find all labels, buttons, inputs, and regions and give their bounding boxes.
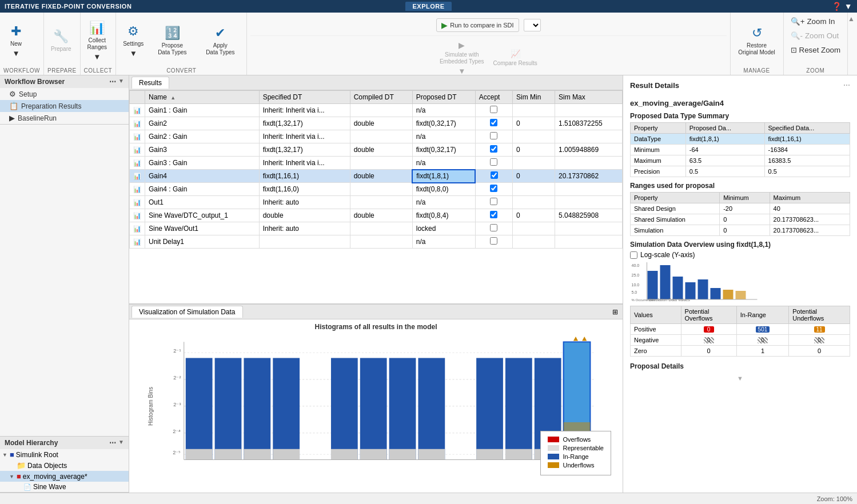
viz-expand-icon[interactable]: ⊞ — [612, 308, 618, 316]
model-icon: ■ — [17, 472, 21, 481]
svg-text:2⁻⁴: 2⁻⁴ — [173, 429, 181, 434]
tab-explore[interactable]: EXPLORE — [405, 2, 451, 11]
row-accept[interactable] — [475, 130, 512, 143]
tree-item-ex-moving-average[interactable]: ▼ ■ ex_moving_average* — [0, 471, 129, 482]
reset-zoom-button[interactable]: ⊡ Reset Zoom — [787, 43, 844, 57]
prepare-button[interactable]: 🔧 Prepare — [47, 27, 75, 55]
overview-table: Values PotentialOverflows In-Range Poten… — [630, 306, 850, 357]
workflow-ellipsis-icon[interactable]: ⋯ — [109, 78, 116, 86]
logscale-checkbox[interactable] — [630, 251, 637, 259]
svg-text:5.0: 5.0 — [632, 290, 637, 294]
svg-text:2⁻³: 2⁻³ — [173, 402, 181, 407]
row-accept[interactable] — [475, 196, 512, 209]
svg-rect-42 — [648, 271, 658, 299]
table-row[interactable]: 📊 Gain1 : Gain Inherit: Inherit via i...… — [130, 104, 623, 117]
specified-value: fixdt(1,16,1) — [764, 134, 850, 145]
viz-tab[interactable]: Visualization of Simulation Data — [131, 306, 243, 318]
results-table-container[interactable]: Name ▲ Specified DT Compiled DT Proposed… — [129, 90, 623, 303]
svg-marker-23 — [573, 337, 578, 341]
table-row[interactable]: 📊 Sine Wave/DTC_output_1 double double f… — [130, 209, 623, 222]
ranges-row: Simulation 0 20.173708623... — [631, 225, 850, 236]
th-specified-dt[interactable]: Specified DT — [259, 91, 350, 104]
settings-button[interactable]: ⚙ Settings ▼ — [119, 22, 147, 60]
hierarchy-ellipsis-icon[interactable]: ⋯ — [109, 439, 116, 447]
svg-text:2⁻¹: 2⁻¹ — [173, 348, 181, 354]
row-specified-dt: fixdt(1,16,1) — [259, 170, 350, 183]
rp-options-icon[interactable]: ⋯ — [843, 81, 850, 89]
ov-th-inrange: In-Range — [736, 306, 788, 324]
new-button[interactable]: ✚ New ▼ — [3, 22, 29, 60]
th-compiled-dt[interactable]: Compiled DT — [350, 91, 412, 104]
workflow-browser-header[interactable]: Workflow Browser ⋯ ▼ — [0, 75, 129, 88]
ov-underflows: 0 — [789, 335, 850, 346]
table-row[interactable]: 📊 Gain4 fixdt(1,16,1) double fixdt(1,8,1… — [130, 170, 623, 183]
th-name[interactable]: Name ▲ — [145, 91, 260, 104]
row-sim-max: 5.048825908 — [555, 209, 623, 222]
table-row[interactable]: 📊 Gain3 fixdt(1,32,17) double fixdt(0,32… — [130, 143, 623, 157]
sidebar-item-setup[interactable]: ⚙ Setup — [0, 88, 129, 100]
table-row[interactable]: 📊 Gain2 fixdt(1,32,17) double fixdt(0,32… — [130, 117, 623, 130]
row-accept[interactable] — [475, 183, 512, 196]
zoom-in-icon: 🔍+ — [791, 17, 805, 26]
proposed-th-property: Property — [631, 123, 686, 134]
results-tab[interactable]: Results — [131, 77, 169, 89]
table-row[interactable]: 📊 Gain2 : Gain Inherit: Inherit via i...… — [130, 130, 623, 143]
table-row[interactable]: 📊 Sine Wave/Out1 Inherit: auto locked — [130, 222, 623, 235]
row-name: Sine Wave/DTC_output_1 — [145, 209, 260, 222]
tree-item-sine-wave[interactable]: 📄 Sine Wave — [0, 482, 129, 492]
overview-header-row: Values PotentialOverflows In-Range Poten… — [631, 306, 850, 324]
overview-title: Simulation Data Overview using fixdt(1,8… — [630, 241, 850, 249]
table-row[interactable]: 📊 Gain3 : Gain Inherit: Inherit via i...… — [130, 157, 623, 170]
th-proposed-dt[interactable]: Proposed DT — [412, 91, 475, 104]
proposed-property: Maximum — [631, 155, 686, 166]
row-specified-dt — [259, 235, 350, 249]
help-icon[interactable]: ❓ ▼ — [832, 2, 852, 11]
title-bar: ITERATIVE FIXED-POINT CONVERSION EXPLORE… — [0, 0, 857, 13]
sidebar-item-preparation[interactable]: 📋 Preparation Results — [0, 100, 129, 112]
row-sim-max — [555, 196, 623, 209]
propose-dt-button[interactable]: 🔢 ProposeData Types — [149, 23, 195, 58]
row-accept[interactable] — [475, 117, 512, 130]
apply-dt-button[interactable]: ✔ ApplyData Types — [197, 23, 243, 58]
row-accept[interactable] — [475, 143, 512, 157]
workflow-chevron-icon: ▼ — [118, 78, 124, 86]
ranges-title: Ranges used for proposal — [630, 182, 850, 190]
compare-results-button[interactable]: 📈 Compare Results — [490, 47, 541, 69]
th-icon — [130, 91, 145, 104]
row-accept[interactable] — [475, 235, 512, 249]
run-sdi-button[interactable]: ▶ Run to compare in SDI — [436, 18, 519, 32]
tree-item-simulink-root[interactable]: ▼ ■ Simulink Root — [0, 449, 129, 460]
row-accept[interactable] — [475, 170, 512, 183]
zoom-out-button[interactable]: 🔍- Zoom Out — [787, 29, 843, 42]
histogram-legend: Overflows Representable In-Range Un — [540, 431, 611, 475]
restore-model-button[interactable]: ↺ RestoreOriginal Model — [734, 23, 780, 58]
row-sim-min — [513, 104, 555, 117]
zoom-in-button[interactable]: 🔍+ Zoom In — [787, 15, 839, 28]
sidebar-item-baselinerun[interactable]: ▶ BaselineRun — [0, 112, 129, 124]
row-name: Gain1 : Gain — [145, 104, 260, 117]
table-row[interactable]: 📊 Out1 Inherit: auto n/a — [130, 196, 623, 209]
toolbar: ✚ New ▼ WORKFLOW 🔧 Prepare PREPARE 📊 Col… — [0, 13, 857, 75]
proposed-summary-table: Property Proposed Da... Specified Data..… — [630, 122, 850, 177]
simulate-embedded-button[interactable]: ▶ Simulate withEmbedded Types ▼ — [436, 38, 488, 78]
row-accept[interactable] — [475, 104, 512, 117]
row-accept[interactable] — [475, 222, 512, 235]
proposed-tbody: DataType fixdt(1,8,1) fixdt(1,16,1) Mini… — [631, 134, 850, 177]
setup-icon: ⚙ — [9, 90, 16, 98]
table-row[interactable]: 📊 Gain4 : Gain fixdt(1,16,0) fixdt(0,8,0… — [130, 183, 623, 196]
table-row[interactable]: 📊 Unit Delay1 n/a — [130, 235, 623, 249]
model-hierarchy-header[interactable]: Model Hierarchy ⋯ ▼ — [0, 437, 129, 449]
apply-icon: ✔ — [215, 26, 225, 41]
th-accept[interactable]: Accept — [475, 91, 512, 104]
svg-rect-34 — [505, 449, 532, 460]
row-accept[interactable] — [475, 209, 512, 222]
run-dropdown[interactable] — [524, 19, 541, 31]
toolbar-expand-icon[interactable]: ▲ — [848, 15, 855, 23]
tree-item-data-objects[interactable]: 📁 Data Objects — [0, 460, 129, 471]
collect-ranges-button[interactable]: 📊 CollectRanges ▼ — [84, 18, 110, 63]
ov-overflows: 0 — [681, 324, 736, 335]
row-accept[interactable] — [475, 157, 512, 170]
th-sim-max[interactable]: Sim Max — [555, 91, 623, 104]
row-icon: 📊 — [130, 143, 145, 157]
th-sim-min[interactable]: Sim Min — [513, 91, 555, 104]
